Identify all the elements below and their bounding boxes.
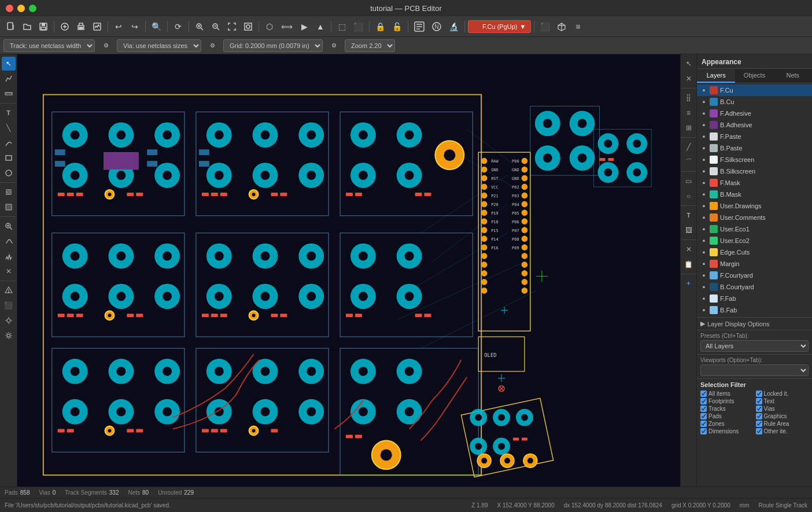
tab-nets[interactable]: Nets — [774, 69, 812, 83]
scripting-button[interactable]: ≡ — [570, 19, 585, 34]
rt-arc2[interactable]: ⌒ — [682, 155, 696, 169]
rt-rect2[interactable]: ▭ — [682, 174, 696, 188]
layer-visibility-11[interactable]: ● — [700, 215, 707, 220]
layer-item-margin[interactable]: ● Margin — [697, 258, 812, 270]
tab-objects[interactable]: Objects — [735, 69, 773, 83]
layer-item-f-courtyard[interactable]: ● F.Courtyard — [697, 270, 812, 281]
track-width-select[interactable]: Track: use netclass width — [3, 39, 95, 52]
arrow-button[interactable]: ▶ — [297, 19, 312, 34]
layer-visibility-5[interactable]: ● — [700, 145, 707, 151]
rt-close[interactable]: ✕ — [682, 72, 696, 86]
layer-visibility-9[interactable]: ● — [700, 191, 707, 197]
rt-circle2[interactable]: ○ — [682, 189, 696, 203]
rt-image[interactable]: 🖼 — [682, 223, 696, 237]
via-size-select[interactable]: Via: use netclass sizes — [117, 39, 201, 52]
refresh-button[interactable]: ⟳ — [171, 19, 186, 34]
filter-checkbox-10[interactable] — [700, 428, 707, 434]
print-button[interactable] — [73, 19, 88, 34]
save-button[interactable] — [36, 19, 51, 34]
layer-item-f-cu[interactable]: ● F.Cu — [697, 84, 812, 96]
zoom-in-button[interactable] — [192, 19, 207, 34]
rt-paste[interactable]: 📋 — [682, 257, 696, 271]
mirror-button[interactable]: ⬡ — [262, 19, 277, 34]
layer-visibility-2[interactable]: ● — [700, 110, 707, 116]
netinspect-button[interactable]: 🔬 — [446, 19, 462, 34]
layer-visibility-10[interactable]: ● — [700, 203, 707, 209]
layer-item-user-eco2[interactable]: ● User.Eco2 — [697, 235, 812, 246]
rt-plus[interactable]: + — [682, 277, 696, 290]
redo-button[interactable]: ↪ — [127, 19, 142, 34]
layer-visibility-8[interactable]: ● — [700, 180, 707, 186]
layer-visibility-16[interactable]: ● — [700, 272, 707, 278]
rt-grid-dots[interactable]: ⣿ — [682, 91, 696, 105]
rt-lines[interactable]: ≡ — [682, 106, 696, 120]
layer-selector[interactable]: F.Cu (PgUp) ▼ — [468, 20, 531, 33]
cursor-tool[interactable]: ↖ — [2, 57, 16, 71]
layer-item-b-paste[interactable]: ● B.Paste — [697, 142, 812, 154]
interactive-router-tool[interactable] — [2, 234, 16, 248]
track-width-settings[interactable]: ⚙ — [98, 38, 113, 53]
layer-toggle-button[interactable]: ⬛ — [537, 19, 553, 34]
grid-settings[interactable]: ⚙ — [326, 38, 341, 53]
draw-line-tool[interactable]: ╲ — [2, 121, 16, 135]
filter-checkbox-5[interactable] — [756, 406, 762, 412]
filter-checkbox-1[interactable] — [756, 391, 762, 397]
layer-item-user-comments[interactable]: ● User.Comments — [697, 212, 812, 223]
design-rules-button[interactable] — [2, 283, 16, 297]
layer-item-edge-cuts[interactable]: ● Edge.Cuts — [697, 246, 812, 258]
delete-tool[interactable]: ✕ — [2, 264, 16, 278]
inspect-tool[interactable] — [2, 219, 16, 233]
plot-button[interactable] — [90, 19, 105, 34]
draw-rect-tool[interactable] — [2, 151, 16, 165]
pick-and-place-button[interactable] — [2, 314, 16, 327]
layer-management-button[interactable]: ⬛ — [2, 299, 16, 312]
layer-item-b-mask[interactable]: ● B.Mask — [697, 189, 812, 200]
layer-display-toggle[interactable]: ▶ Layer Display Options — [700, 320, 809, 327]
layer-item-f-fab[interactable]: ● F.Fab — [697, 293, 812, 304]
zoom-fit-button[interactable] — [224, 19, 239, 34]
rt-arrow-tool[interactable]: ↖ — [682, 57, 696, 71]
filter-checkbox-11[interactable] — [756, 428, 762, 434]
layer-item-f-adhesive[interactable]: ● F.Adhesive — [697, 108, 812, 119]
rt-text2[interactable]: T — [682, 208, 696, 222]
ungroup-button[interactable]: ⬛ — [350, 19, 366, 34]
triangle-button[interactable]: ▲ — [313, 19, 328, 34]
layer-visibility-7[interactable]: ● — [700, 168, 707, 174]
zoom-out-button[interactable] — [208, 19, 223, 34]
presets-select[interactable]: All Layers — [700, 340, 809, 352]
group-button[interactable]: ⬚ — [334, 19, 349, 34]
layer-item-b-silkscreen[interactable]: ● B.Silkscreen — [697, 165, 812, 177]
3d-view-button[interactable] — [554, 19, 569, 34]
viewports-select[interactable] — [700, 364, 809, 376]
drc-button[interactable] — [411, 19, 427, 34]
route-tool[interactable] — [2, 72, 16, 86]
netlist-button[interactable]: N — [429, 19, 445, 34]
unlock-button[interactable]: 🔓 — [389, 19, 405, 34]
draw-arc-tool[interactable] — [2, 136, 16, 150]
layer-visibility-3[interactable]: ● — [700, 122, 707, 128]
length-tuning-tool[interactable] — [2, 249, 16, 263]
layer-item-b-fab[interactable]: ● B.Fab — [697, 304, 812, 316]
minimize-button[interactable] — [17, 5, 25, 12]
filter-checkbox-6[interactable] — [700, 413, 707, 419]
close-button[interactable] — [6, 5, 13, 12]
layer-visibility-0[interactable]: ● — [700, 87, 707, 93]
layer-visibility-4[interactable]: ● — [700, 134, 707, 139]
layer-visibility-19[interactable]: ● — [700, 307, 707, 313]
layer-visibility-17[interactable]: ● — [700, 284, 707, 290]
layer-visibility-18[interactable]: ● — [700, 296, 707, 301]
fill-zone-tool[interactable] — [2, 200, 16, 214]
add-text-tool[interactable]: T — [2, 106, 16, 120]
filter-checkbox-9[interactable] — [756, 421, 762, 427]
draw-circle-tool[interactable] — [2, 166, 16, 180]
gerber-button[interactable] — [57, 19, 72, 34]
layer-item-user-drawings[interactable]: ● User.Drawings — [697, 200, 812, 212]
open-button[interactable] — [20, 19, 35, 34]
tab-layers[interactable]: Layers — [697, 69, 735, 83]
filter-checkbox-3[interactable] — [756, 398, 762, 404]
layer-item-b-adhesive[interactable]: ● B.Adhesive — [697, 119, 812, 131]
layer-visibility-1[interactable]: ● — [700, 99, 707, 105]
add-footprint-tool[interactable] — [2, 185, 16, 199]
layer-visibility-12[interactable]: ● — [700, 226, 707, 232]
zoom-orig-button[interactable] — [241, 19, 256, 34]
